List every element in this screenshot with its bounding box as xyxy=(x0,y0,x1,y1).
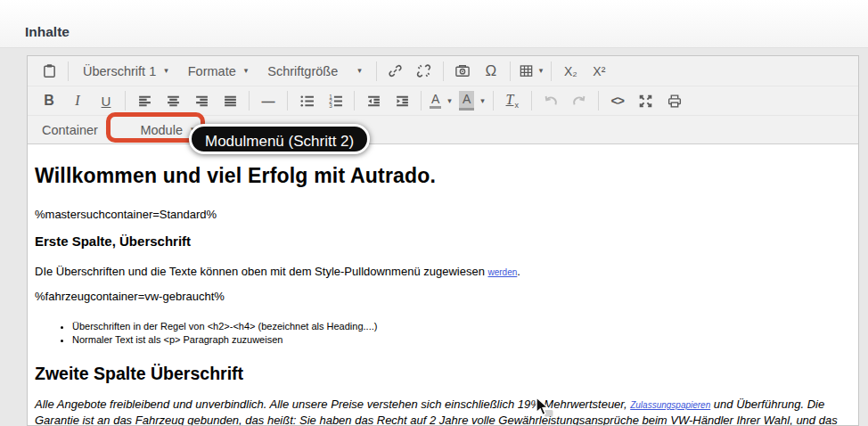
page-header: Inhalte xyxy=(0,0,868,48)
content-heading-zweite-spalte: Zweite Spalte Überschrift xyxy=(35,364,851,384)
background-color-button[interactable]: A ▾ xyxy=(455,89,488,112)
toolbar-separator xyxy=(493,91,494,111)
werden-link[interactable]: werden xyxy=(488,267,518,277)
fullscreen-button[interactable] xyxy=(632,89,660,112)
subscript-icon: X₂ xyxy=(564,64,577,78)
toolbar-separator xyxy=(598,91,599,111)
insert-image-button[interactable] xyxy=(448,60,477,83)
formats-select-label: Formate xyxy=(188,64,236,78)
horizontal-rule-button[interactable]: — xyxy=(254,89,283,112)
paste-button[interactable] xyxy=(35,60,63,83)
italic-button[interactable]: I xyxy=(63,89,92,112)
align-right-button[interactable] xyxy=(187,89,216,112)
align-justify-button[interactable] xyxy=(216,89,244,112)
container-select-label: Container xyxy=(42,123,98,137)
text-color-icon: A xyxy=(430,93,441,110)
bold-button[interactable]: B xyxy=(35,89,63,112)
align-center-button[interactable] xyxy=(159,89,187,112)
toolbar-separator xyxy=(510,61,511,81)
chevron-down-icon: ▾ xyxy=(539,67,544,75)
omega-icon: Ω xyxy=(485,62,496,80)
align-justify-icon xyxy=(223,94,238,109)
list-item: Überschriften in der Regel von <h2>-<h4>… xyxy=(72,321,851,332)
align-right-icon xyxy=(194,94,209,109)
superscript-button[interactable]: X² xyxy=(585,60,613,83)
content-heading-erste-spalte: Erste Spalte, Überschrift xyxy=(35,233,851,249)
clear-formatting-button[interactable]: Tx xyxy=(498,89,527,112)
content-shortcode-mastersuch: %mastersuchcontainer=Standard% xyxy=(35,208,851,221)
numbered-list-icon: 1 2 3 xyxy=(328,94,343,109)
text-color-button[interactable]: A ▾ xyxy=(426,89,455,112)
zulassungspapieren-link[interactable]: Zulassungspapieren xyxy=(630,400,710,410)
paragraph-text: DIe Überschriften und die Texte können o… xyxy=(35,265,488,278)
outdent-icon xyxy=(366,94,381,109)
list-item: Normaler Text ist als <p> Paragraph zuzu… xyxy=(72,334,851,345)
fontsize-select-label: Schriftgröße xyxy=(267,64,338,78)
table-icon xyxy=(519,63,534,78)
content-shortcode-fahrzeug: %fahrzeugcontainer=vw-gebraucht% xyxy=(35,290,851,303)
toolbar-separator xyxy=(68,61,69,81)
chevron-down-icon: ▾ xyxy=(106,126,111,134)
chevron-down-icon: ▾ xyxy=(447,97,452,105)
toolbar-separator xyxy=(443,61,444,81)
clear-formatting-icon: Tx xyxy=(506,92,519,110)
remove-link-button[interactable] xyxy=(410,60,438,83)
print-button[interactable] xyxy=(660,89,689,112)
unlink-icon xyxy=(416,63,431,78)
style-select[interactable]: Überschrift 1 ▾ xyxy=(73,60,178,83)
redo-icon xyxy=(571,94,587,109)
module-select-label: Module xyxy=(140,123,183,137)
code-icon: <> xyxy=(611,94,624,108)
toolbar-row-1: Überschrift 1 ▾ Formate ▾ Schriftgröße ▾ xyxy=(28,56,858,86)
rich-text-editor: Überschrift 1 ▾ Formate ▾ Schriftgröße ▾ xyxy=(27,55,859,426)
toolbar-separator xyxy=(376,61,377,81)
undo-button[interactable] xyxy=(536,89,565,112)
toolbar-separator xyxy=(125,91,126,111)
link-icon xyxy=(388,63,403,78)
underline-icon: U xyxy=(102,94,111,109)
fullscreen-icon xyxy=(638,94,653,109)
background-color-icon: A xyxy=(459,91,474,111)
fontsize-select[interactable]: Schriftgröße ▾ xyxy=(258,60,372,83)
indent-button[interactable] xyxy=(388,89,416,112)
underline-button[interactable]: U xyxy=(92,89,120,112)
insert-link-button[interactable] xyxy=(381,60,410,83)
table-menu-button[interactable]: ▾ xyxy=(515,60,547,83)
toolbar-separator xyxy=(249,91,250,111)
style-select-label: Überschrift 1 xyxy=(83,64,156,78)
special-character-button[interactable]: Ω xyxy=(477,60,505,83)
superscript-icon: X² xyxy=(593,64,605,78)
content-paragraph-styles: DIe Überschriften und die Texte können o… xyxy=(35,265,851,278)
page-title: Inhalte xyxy=(25,24,70,40)
clipboard-icon xyxy=(42,63,57,78)
content-heading-welcome: Willkommen und viel Erfolg mit Autrado. xyxy=(35,164,851,188)
align-left-button[interactable] xyxy=(130,89,159,112)
container-select[interactable]: Container ▾ xyxy=(35,119,119,142)
bullet-list-icon xyxy=(299,94,315,109)
chevron-down-icon: ▾ xyxy=(244,67,249,75)
svg-text:3: 3 xyxy=(329,102,332,108)
numbered-list-button[interactable]: 1 2 3 xyxy=(321,89,349,112)
editor-content[interactable]: Willkommen und viel Erfolg mit Autrado. … xyxy=(28,144,858,425)
toolbar-separator xyxy=(287,91,288,111)
paragraph-text: Alle Angebote freibleibend und unverbind… xyxy=(35,397,630,411)
bullet-list-button[interactable] xyxy=(292,89,321,112)
align-center-icon xyxy=(166,94,181,109)
editor-toolbar: Überschrift 1 ▾ Formate ▾ Schriftgröße ▾ xyxy=(28,56,858,144)
outdent-button[interactable] xyxy=(359,89,388,112)
paragraph-text: . xyxy=(517,265,520,278)
horizontal-rule-icon: — xyxy=(262,94,275,109)
indent-icon xyxy=(395,94,410,109)
align-left-icon xyxy=(137,94,152,109)
chevron-down-icon: ▾ xyxy=(480,97,485,105)
source-code-button[interactable]: <> xyxy=(603,89,632,112)
toolbar-separator xyxy=(354,91,355,111)
redo-button[interactable] xyxy=(565,89,594,112)
toolbar-separator xyxy=(421,91,422,111)
toolbar-row-3: Container ▾ Module ▾ xyxy=(28,115,858,143)
chevron-down-icon: ▾ xyxy=(357,67,362,75)
subscript-button[interactable]: X₂ xyxy=(556,60,585,83)
formats-select[interactable]: Formate ▾ xyxy=(178,60,258,83)
printer-icon xyxy=(667,94,683,109)
undo-icon xyxy=(543,94,559,109)
